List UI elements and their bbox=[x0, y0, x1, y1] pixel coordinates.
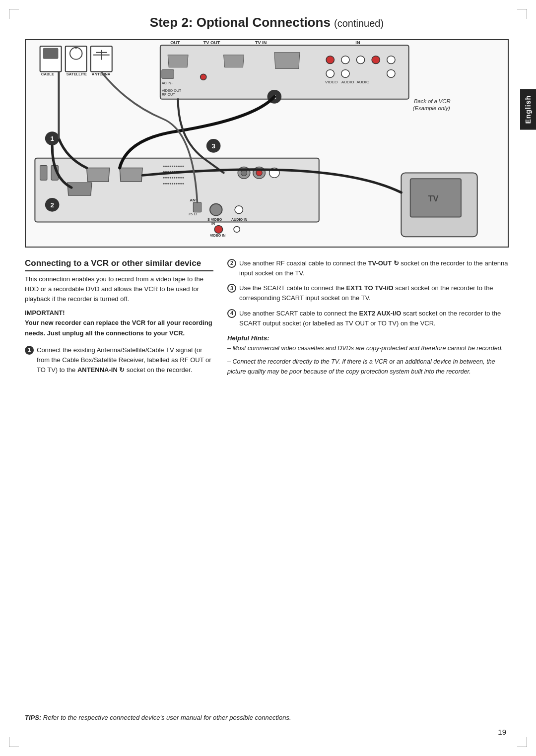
svg-rect-49 bbox=[401, 173, 477, 237]
svg-rect-26 bbox=[51, 166, 58, 181]
step-2-num: 2 bbox=[227, 259, 236, 268]
step-4-item: 4 Use another SCART cable to connect the… bbox=[227, 309, 509, 328]
svg-marker-27 bbox=[87, 168, 110, 182]
svg-marker-2 bbox=[168, 55, 188, 67]
svg-text:AUDIO IN: AUDIO IN bbox=[231, 218, 247, 222]
svg-point-67 bbox=[45, 198, 60, 212]
svg-point-46 bbox=[214, 225, 222, 233]
step-1-num: 1 bbox=[25, 346, 34, 355]
corner-mark-br bbox=[517, 737, 527, 747]
connection-diagram: VIDEO AUDIO AUDIO OUT TV OUT TV IN IN AC… bbox=[25, 39, 509, 248]
svg-point-5 bbox=[341, 56, 349, 64]
step-1-item: 1 Connect the existing Antenna/Satellite… bbox=[25, 345, 213, 375]
svg-text:TV IN: TV IN bbox=[255, 40, 267, 45]
svg-text:ANTENNA: ANTENNA bbox=[92, 72, 111, 76]
svg-marker-28 bbox=[120, 168, 142, 182]
svg-point-35 bbox=[253, 167, 266, 179]
step-4-num: 4 bbox=[227, 309, 236, 318]
step-3-num: 3 bbox=[227, 284, 236, 293]
main-content: Step 2: Optional Connections (continued) bbox=[0, 0, 536, 430]
svg-marker-52 bbox=[67, 183, 92, 195]
svg-point-8 bbox=[341, 69, 349, 77]
svg-rect-55 bbox=[91, 46, 112, 72]
svg-text:SATELLITE: SATELLITE bbox=[67, 72, 87, 76]
svg-text:4: 4 bbox=[272, 93, 276, 101]
svg-text:1: 1 bbox=[50, 135, 54, 142]
svg-point-33 bbox=[238, 167, 250, 179]
svg-point-34 bbox=[241, 170, 247, 176]
section-heading: Connecting to a VCR or other similar dev… bbox=[25, 258, 213, 271]
svg-text:●●●●●●●●●●: ●●●●●●●●●● bbox=[163, 170, 184, 174]
svg-rect-25 bbox=[40, 166, 47, 181]
svg-point-48 bbox=[234, 226, 240, 232]
important-label: IMPORTANT! bbox=[25, 309, 213, 316]
svg-text:S-VIDEO: S-VIDEO bbox=[207, 218, 222, 222]
title-suffix: (continued) bbox=[334, 18, 384, 29]
svg-point-13 bbox=[387, 56, 395, 64]
svg-rect-53 bbox=[40, 46, 62, 72]
svg-text:●●●●●●●●●●: ●●●●●●●●●● bbox=[163, 182, 184, 185]
step-1-text: Connect the existing Antenna/Satellite/C… bbox=[37, 345, 213, 375]
language-tab: English bbox=[520, 89, 536, 130]
svg-point-21 bbox=[201, 74, 206, 80]
svg-rect-56 bbox=[43, 48, 59, 59]
left-column: Connecting to a VCR or other similar dev… bbox=[25, 258, 213, 380]
svg-text:●●●●●●●●●●: ●●●●●●●●●● bbox=[163, 164, 184, 168]
svg-text:AC IN~: AC IN~ bbox=[162, 81, 173, 85]
svg-text:(Example only): (Example only) bbox=[413, 105, 450, 111]
tips-text: Refer to the respective connected device… bbox=[43, 714, 291, 721]
svg-point-41 bbox=[210, 204, 222, 216]
svg-text:TV OUT: TV OUT bbox=[203, 40, 220, 45]
svg-rect-19 bbox=[162, 69, 174, 78]
svg-text:VIDEO IN: VIDEO IN bbox=[210, 234, 225, 237]
svg-point-71 bbox=[268, 90, 282, 104]
diagram-inner: VIDEO AUDIO AUDIO OUT TV OUT TV IN IN AC… bbox=[26, 40, 508, 247]
svg-text:ANT: ANT bbox=[190, 198, 198, 202]
svg-text:RF OUT: RF OUT bbox=[162, 93, 175, 96]
svg-text:Back of a VCR: Back of a VCR bbox=[414, 98, 451, 104]
svg-text:IN: IN bbox=[355, 40, 360, 45]
svg-text:OUT: OUT bbox=[170, 40, 180, 45]
svg-point-69 bbox=[206, 139, 221, 153]
svg-point-14 bbox=[387, 69, 395, 77]
svg-marker-1 bbox=[224, 55, 244, 67]
step-3-item: 3 Use the SCART cable to connect the EXT… bbox=[227, 283, 509, 303]
svg-text:75 Ω: 75 Ω bbox=[188, 212, 197, 216]
important-block: Your new recorder can replace the VCR fo… bbox=[25, 318, 213, 338]
svg-text:●●●●●●●●●●: ●●●●●●●●●● bbox=[163, 176, 184, 179]
step-4-text: Use another SCART cable to connect the E… bbox=[239, 309, 509, 328]
svg-point-44 bbox=[235, 206, 243, 214]
svg-text:VIDEO OUT: VIDEO OUT bbox=[162, 89, 182, 92]
hints-text-2: – Connect the recorder directly to the T… bbox=[227, 357, 509, 377]
corner-mark-tl bbox=[9, 9, 19, 19]
svg-text:CABLE: CABLE bbox=[41, 72, 54, 76]
page-title: Step 2: Optional Connections (continued) bbox=[25, 15, 509, 32]
svg-text:AUDIO: AUDIO bbox=[356, 80, 369, 84]
hints-label: Helpful Hints: bbox=[227, 334, 509, 342]
tips-label: TIPS: bbox=[25, 714, 41, 721]
two-col-layout: Connecting to a VCR or other similar dev… bbox=[25, 258, 509, 380]
svg-rect-24 bbox=[35, 158, 319, 222]
section-body: This connection enables you to record fr… bbox=[25, 274, 213, 304]
svg-marker-3 bbox=[274, 53, 300, 69]
svg-point-6 bbox=[356, 56, 364, 64]
step-2-text: Use another RF coaxial cable to connect … bbox=[239, 258, 509, 278]
right-column: 2 Use another RF coaxial cable to connec… bbox=[227, 258, 509, 380]
svg-text:2: 2 bbox=[50, 201, 54, 209]
step-3-text: Use the SCART cable to connect the EXT1 … bbox=[239, 283, 509, 303]
page-number: 19 bbox=[498, 728, 506, 736]
svg-point-36 bbox=[256, 170, 262, 176]
svg-text:3: 3 bbox=[211, 142, 215, 150]
svg-rect-38 bbox=[193, 202, 201, 212]
svg-point-12 bbox=[372, 56, 380, 64]
tips-bar: TIPS: Refer to the respective connected … bbox=[25, 714, 506, 721]
corner-mark-bl bbox=[9, 737, 19, 747]
svg-point-65 bbox=[45, 131, 60, 145]
important-text: Your new recorder can replace the VCR fo… bbox=[25, 319, 212, 336]
svg-rect-54 bbox=[66, 46, 87, 72]
svg-rect-0 bbox=[160, 45, 409, 99]
svg-rect-50 bbox=[410, 179, 461, 217]
hints-text-1: – Most commercial video cassettes and DV… bbox=[227, 344, 509, 353]
title-text: Step 2: Optional Connections bbox=[150, 15, 331, 30]
diagram-svg: VIDEO AUDIO AUDIO OUT TV OUT TV IN IN AC… bbox=[26, 40, 508, 247]
